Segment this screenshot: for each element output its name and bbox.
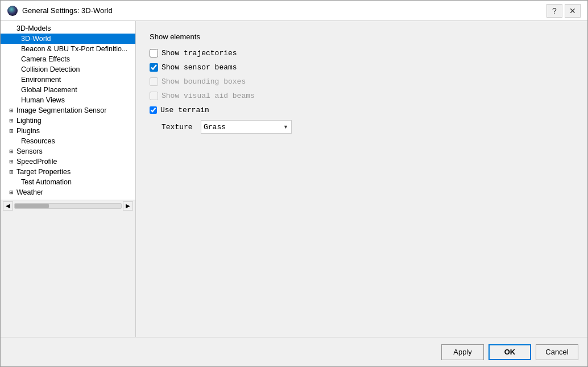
show-visual-aid-beams-label: Show visual aid beams [162, 92, 255, 100]
expand-plus-icon: ⊞ [7, 117, 15, 125]
sidebar-label: Camera Effects [21, 55, 70, 63]
expand-icon [12, 45, 20, 53]
show-trajectories-label: Show trajectories [162, 49, 237, 57]
show-sensor-beams-row: Show sensor beams [150, 63, 574, 72]
sidebar-label: Resources [21, 137, 55, 145]
sidebar: 3D-Models 3D-World Beacon & UBU Tx-Port … [1, 21, 136, 200]
sidebar-label: 3D-Models [16, 24, 51, 32]
sidebar-label: Lighting [16, 117, 42, 125]
apply-button[interactable]: Apply [441, 344, 484, 360]
scroll-right-arrow[interactable]: ▶ [123, 201, 133, 211]
show-visual-aid-beams-checkbox[interactable] [150, 92, 158, 100]
expand-plus-icon: ⊞ [7, 188, 15, 196]
sidebar-item-collision-detection[interactable]: Collision Detection [1, 64, 135, 75]
titlebar: General Settings: 3D-World ? ✕ [1, 1, 587, 21]
sidebar-label: Human Views [21, 96, 65, 104]
expand-icon [7, 24, 15, 32]
expand-plus-icon: ⊞ [7, 158, 15, 166]
show-sensor-beams-checkbox[interactable] [150, 63, 158, 72]
expand-icon [12, 55, 20, 63]
sidebar-scrollbar: ◀ ▶ [1, 200, 135, 211]
sidebar-label: SpeedProfile [16, 158, 57, 166]
sidebar-item-3d-world[interactable]: 3D-World [1, 34, 135, 44]
sidebar-label: Environment [21, 76, 61, 84]
sidebar-item-lighting[interactable]: ⊞ Lighting [1, 116, 135, 126]
footer: Apply OK Cancel [1, 337, 587, 366]
texture-label: Texture [150, 123, 195, 131]
show-bounding-boxes-label: Show bounding boxes [162, 77, 246, 86]
ok-button[interactable]: OK [488, 344, 531, 360]
close-button[interactable]: ✕ [565, 4, 581, 18]
expand-icon [12, 96, 20, 104]
section-title: Show elements [150, 32, 574, 41]
sidebar-item-image-segmentation[interactable]: ⊞ Image Segmentation Sensor [1, 105, 135, 116]
sidebar-item-plugins[interactable]: ⊞ Plugins [1, 126, 135, 136]
expand-icon [12, 35, 20, 43]
show-sensor-beams-label: Show sensor beams [162, 63, 237, 72]
scroll-track[interactable] [14, 203, 122, 209]
expand-icon [12, 86, 20, 94]
help-button[interactable]: ? [546, 4, 562, 18]
show-trajectories-row: Show trajectories [150, 49, 574, 57]
sidebar-label: Beacon & UBU Tx-Port Definitio... [21, 45, 127, 53]
show-visual-aid-beams-row: Show visual aid beams [150, 92, 574, 100]
sidebar-item-speed-profile[interactable]: ⊞ SpeedProfile [1, 156, 135, 167]
sidebar-item-resources[interactable]: Resources [1, 136, 135, 146]
globe-icon [7, 6, 18, 16]
sidebar-label: Global Placement [21, 86, 77, 94]
dialog: General Settings: 3D-World ? ✕ 3D-Models… [0, 0, 588, 367]
sidebar-item-camera-effects[interactable]: Camera Effects [1, 54, 135, 64]
scroll-thumb [15, 204, 49, 208]
sidebar-label: 3D-World [21, 35, 51, 43]
expand-icon [12, 137, 20, 145]
sidebar-item-environment[interactable]: Environment [1, 75, 135, 85]
use-terrain-label: Use terrain [160, 106, 209, 114]
show-trajectories-checkbox[interactable] [150, 49, 158, 57]
sidebar-label: Sensors [16, 147, 43, 155]
sidebar-label: Test Automation [21, 178, 72, 186]
cancel-button[interactable]: Cancel [536, 344, 578, 360]
sidebar-label: Weather [16, 188, 43, 196]
expand-plus-icon: ⊞ [7, 127, 15, 135]
show-bounding-boxes-row: Show bounding boxes [150, 77, 574, 86]
sidebar-item-beacon-ubu[interactable]: Beacon & UBU Tx-Port Definitio... [1, 44, 135, 54]
dialog-title: General Settings: 3D-World [22, 6, 113, 15]
sidebar-item-3d-models[interactable]: 3D-Models [1, 23, 135, 34]
expand-icon [12, 65, 20, 73]
main-panel: Show elements Show trajectories Show sen… [136, 21, 587, 337]
sidebar-label: Plugins [16, 127, 40, 135]
sidebar-item-test-automation[interactable]: Test Automation [1, 177, 135, 187]
use-terrain-checkbox[interactable] [150, 106, 157, 114]
sidebar-label: Image Segmentation Sensor [16, 106, 106, 114]
expand-icon [12, 76, 20, 84]
sidebar-label: Target Properties [16, 168, 71, 176]
sidebar-item-global-placement[interactable]: Global Placement [1, 85, 135, 95]
scroll-left-arrow[interactable]: ◀ [3, 201, 13, 211]
titlebar-left: General Settings: 3D-World [7, 6, 113, 16]
sidebar-label: Collision Detection [21, 65, 80, 73]
sidebar-item-weather[interactable]: ⊞ Weather [1, 187, 135, 197]
texture-select-wrapper: Grass Sand Snow Asphalt Dirt [201, 120, 292, 134]
expand-plus-icon: ⊞ [7, 168, 15, 176]
sidebar-container: 3D-Models 3D-World Beacon & UBU Tx-Port … [1, 21, 136, 337]
content-area: 3D-Models 3D-World Beacon & UBU Tx-Port … [1, 21, 587, 337]
sidebar-item-target-properties[interactable]: ⊞ Target Properties [1, 167, 135, 177]
expand-plus-icon: ⊞ [7, 106, 15, 114]
texture-select[interactable]: Grass Sand Snow Asphalt Dirt [201, 120, 292, 134]
use-terrain-row: Use terrain [150, 106, 574, 114]
expand-icon [12, 178, 20, 186]
expand-plus-icon: ⊞ [7, 147, 15, 155]
sidebar-item-human-views[interactable]: Human Views [1, 95, 135, 105]
titlebar-right: ? ✕ [546, 4, 581, 18]
sidebar-item-sensors[interactable]: ⊞ Sensors [1, 146, 135, 156]
show-bounding-boxes-checkbox[interactable] [150, 77, 158, 86]
texture-row: Texture Grass Sand Snow Asphalt Dirt [150, 120, 574, 134]
